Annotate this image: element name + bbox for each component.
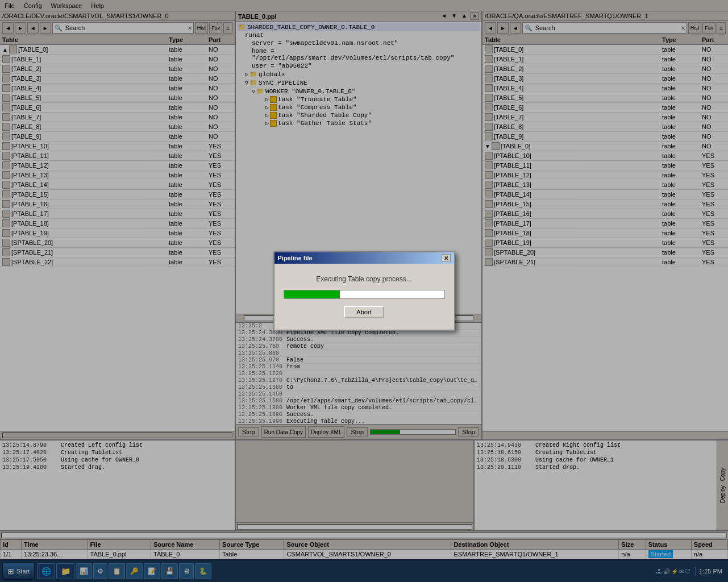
modal-body: Executing Table copy process... Abort [274, 264, 454, 330]
modal-close-btn[interactable]: ✕ [442, 254, 451, 262]
modal-overlay: Pipeline file ✕ Executing Table copy pro… [0, 0, 728, 582]
modal-progress-bar [284, 290, 340, 298]
modal-titlebar: Pipeline file ✕ [274, 252, 454, 264]
pipeline-file-modal: Pipeline file ✕ Executing Table copy pro… [273, 251, 455, 331]
abort-button[interactable]: Abort [344, 306, 384, 318]
modal-progress-bar-container [284, 290, 445, 299]
modal-title: Pipeline file [278, 255, 313, 261]
modal-message: Executing Table copy process... [316, 275, 412, 283]
